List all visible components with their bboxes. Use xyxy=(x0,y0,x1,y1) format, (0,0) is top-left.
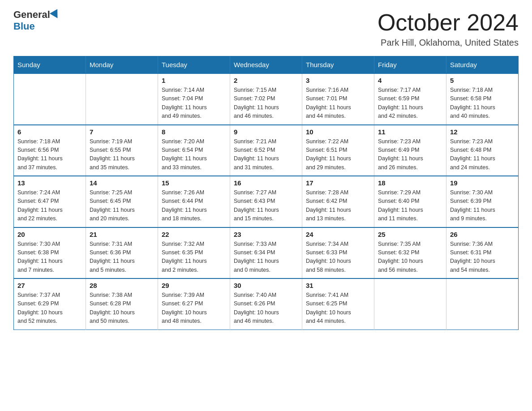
logo-blue-text: Blue xyxy=(13,21,35,32)
day-info: Sunrise: 7:25 AM Sunset: 6:45 PM Dayligh… xyxy=(90,188,154,223)
calendar-cell: 14Sunrise: 7:25 AM Sunset: 6:45 PM Dayli… xyxy=(86,176,158,227)
calendar-cell xyxy=(446,278,519,330)
calendar-cell: 31Sunrise: 7:41 AM Sunset: 6:25 PM Dayli… xyxy=(302,278,374,330)
day-number: 16 xyxy=(234,179,298,187)
header-saturday: Saturday xyxy=(446,56,519,74)
day-number: 11 xyxy=(378,128,442,136)
calendar-week-row: 1Sunrise: 7:14 AM Sunset: 7:04 PM Daylig… xyxy=(14,73,519,125)
header-sunday: Sunday xyxy=(14,56,86,74)
day-number: 28 xyxy=(90,282,154,289)
calendar-week-row: 27Sunrise: 7:37 AM Sunset: 6:29 PM Dayli… xyxy=(14,278,519,330)
day-number: 30 xyxy=(234,282,298,289)
calendar-cell: 9Sunrise: 7:21 AM Sunset: 6:52 PM Daylig… xyxy=(230,125,302,176)
header-monday: Monday xyxy=(86,56,158,74)
day-number: 5 xyxy=(450,77,515,84)
calendar-week-row: 13Sunrise: 7:24 AM Sunset: 6:47 PM Dayli… xyxy=(14,176,519,227)
calendar-cell: 24Sunrise: 7:34 AM Sunset: 6:33 PM Dayli… xyxy=(302,227,374,279)
calendar-week-row: 6Sunrise: 7:18 AM Sunset: 6:56 PM Daylig… xyxy=(14,125,519,176)
calendar-cell: 27Sunrise: 7:37 AM Sunset: 6:29 PM Dayli… xyxy=(14,278,86,330)
day-info: Sunrise: 7:35 AM Sunset: 6:32 PM Dayligh… xyxy=(378,240,442,275)
day-info: Sunrise: 7:24 AM Sunset: 6:47 PM Dayligh… xyxy=(17,188,82,223)
day-number: 7 xyxy=(90,128,154,136)
calendar-cell: 16Sunrise: 7:27 AM Sunset: 6:43 PM Dayli… xyxy=(230,176,302,227)
day-number: 10 xyxy=(306,128,370,136)
logo-general-text: General xyxy=(13,9,50,21)
calendar-cell: 30Sunrise: 7:40 AM Sunset: 6:26 PM Dayli… xyxy=(230,278,302,330)
day-info: Sunrise: 7:30 AM Sunset: 6:38 PM Dayligh… xyxy=(17,240,82,275)
calendar-cell: 29Sunrise: 7:39 AM Sunset: 6:27 PM Dayli… xyxy=(158,278,230,330)
day-number: 15 xyxy=(162,179,226,187)
calendar-cell: 18Sunrise: 7:29 AM Sunset: 6:40 PM Dayli… xyxy=(374,176,446,227)
calendar-cell: 11Sunrise: 7:23 AM Sunset: 6:49 PM Dayli… xyxy=(374,125,446,176)
calendar-cell: 13Sunrise: 7:24 AM Sunset: 6:47 PM Dayli… xyxy=(14,176,86,227)
day-number: 8 xyxy=(162,128,226,136)
day-number: 17 xyxy=(306,179,370,187)
calendar-cell: 21Sunrise: 7:31 AM Sunset: 6:36 PM Dayli… xyxy=(86,227,158,279)
day-info: Sunrise: 7:39 AM Sunset: 6:27 PM Dayligh… xyxy=(162,291,226,326)
day-info: Sunrise: 7:21 AM Sunset: 6:52 PM Dayligh… xyxy=(234,137,298,172)
day-info: Sunrise: 7:22 AM Sunset: 6:51 PM Dayligh… xyxy=(306,137,370,172)
calendar-cell: 7Sunrise: 7:19 AM Sunset: 6:55 PM Daylig… xyxy=(86,125,158,176)
calendar-cell: 10Sunrise: 7:22 AM Sunset: 6:51 PM Dayli… xyxy=(302,125,374,176)
calendar-cell: 23Sunrise: 7:33 AM Sunset: 6:34 PM Dayli… xyxy=(230,227,302,279)
day-number: 31 xyxy=(306,282,370,289)
day-number: 19 xyxy=(450,179,515,187)
calendar-header-row: SundayMondayTuesdayWednesdayThursdayFrid… xyxy=(14,56,519,74)
calendar-cell: 5Sunrise: 7:18 AM Sunset: 6:58 PM Daylig… xyxy=(446,73,519,125)
day-number: 13 xyxy=(17,179,82,187)
header-tuesday: Tuesday xyxy=(158,56,230,74)
day-info: Sunrise: 7:19 AM Sunset: 6:55 PM Dayligh… xyxy=(90,137,154,172)
day-info: Sunrise: 7:23 AM Sunset: 6:48 PM Dayligh… xyxy=(450,137,515,172)
day-number: 9 xyxy=(234,128,298,136)
day-info: Sunrise: 7:30 AM Sunset: 6:39 PM Dayligh… xyxy=(450,188,515,223)
calendar-cell: 1Sunrise: 7:14 AM Sunset: 7:04 PM Daylig… xyxy=(158,73,230,125)
day-number: 12 xyxy=(450,128,515,136)
calendar-cell: 4Sunrise: 7:17 AM Sunset: 6:59 PM Daylig… xyxy=(374,73,446,125)
day-number: 24 xyxy=(306,231,370,238)
day-info: Sunrise: 7:17 AM Sunset: 6:59 PM Dayligh… xyxy=(378,86,442,121)
header-thursday: Thursday xyxy=(302,56,374,74)
calendar-cell: 19Sunrise: 7:30 AM Sunset: 6:39 PM Dayli… xyxy=(446,176,519,227)
calendar-cell xyxy=(14,73,86,125)
day-info: Sunrise: 7:20 AM Sunset: 6:54 PM Dayligh… xyxy=(162,137,226,172)
day-number: 4 xyxy=(378,77,442,84)
calendar-cell xyxy=(86,73,158,125)
location-label: Park Hill, Oklahoma, United States xyxy=(378,38,519,48)
day-info: Sunrise: 7:14 AM Sunset: 7:04 PM Dayligh… xyxy=(162,86,226,121)
day-info: Sunrise: 7:18 AM Sunset: 6:58 PM Dayligh… xyxy=(450,86,515,121)
day-number: 14 xyxy=(90,179,154,187)
calendar-cell: 22Sunrise: 7:32 AM Sunset: 6:35 PM Dayli… xyxy=(158,227,230,279)
day-number: 23 xyxy=(234,231,298,238)
day-number: 25 xyxy=(378,231,442,238)
day-info: Sunrise: 7:23 AM Sunset: 6:49 PM Dayligh… xyxy=(378,137,442,172)
day-number: 29 xyxy=(162,282,226,289)
page-header: General Blue October 2024 Park Hill, Okl… xyxy=(13,9,519,48)
header-friday: Friday xyxy=(374,56,446,74)
day-number: 27 xyxy=(17,282,82,289)
logo: General Blue xyxy=(13,9,61,32)
calendar-cell: 12Sunrise: 7:23 AM Sunset: 6:48 PM Dayli… xyxy=(446,125,519,176)
day-info: Sunrise: 7:41 AM Sunset: 6:25 PM Dayligh… xyxy=(306,291,370,326)
calendar-cell: 6Sunrise: 7:18 AM Sunset: 6:56 PM Daylig… xyxy=(14,125,86,176)
calendar-cell: 3Sunrise: 7:16 AM Sunset: 7:01 PM Daylig… xyxy=(302,73,374,125)
day-info: Sunrise: 7:27 AM Sunset: 6:43 PM Dayligh… xyxy=(234,188,298,223)
calendar-cell: 28Sunrise: 7:38 AM Sunset: 6:28 PM Dayli… xyxy=(86,278,158,330)
day-info: Sunrise: 7:40 AM Sunset: 6:26 PM Dayligh… xyxy=(234,291,298,326)
day-info: Sunrise: 7:18 AM Sunset: 6:56 PM Dayligh… xyxy=(17,137,82,172)
day-number: 18 xyxy=(378,179,442,187)
day-info: Sunrise: 7:29 AM Sunset: 6:40 PM Dayligh… xyxy=(378,188,442,223)
calendar-cell: 25Sunrise: 7:35 AM Sunset: 6:32 PM Dayli… xyxy=(374,227,446,279)
day-info: Sunrise: 7:26 AM Sunset: 6:44 PM Dayligh… xyxy=(162,188,226,223)
calendar-table: SundayMondayTuesdayWednesdayThursdayFrid… xyxy=(13,56,519,330)
day-info: Sunrise: 7:34 AM Sunset: 6:33 PM Dayligh… xyxy=(306,240,370,275)
day-number: 2 xyxy=(234,77,298,84)
day-number: 26 xyxy=(450,231,515,238)
day-info: Sunrise: 7:31 AM Sunset: 6:36 PM Dayligh… xyxy=(90,240,154,275)
day-info: Sunrise: 7:38 AM Sunset: 6:28 PM Dayligh… xyxy=(90,291,154,326)
day-info: Sunrise: 7:16 AM Sunset: 7:01 PM Dayligh… xyxy=(306,86,370,121)
calendar-cell: 20Sunrise: 7:30 AM Sunset: 6:38 PM Dayli… xyxy=(14,227,86,279)
day-number: 20 xyxy=(17,231,82,238)
day-number: 21 xyxy=(90,231,154,238)
calendar-cell: 17Sunrise: 7:28 AM Sunset: 6:42 PM Dayli… xyxy=(302,176,374,227)
day-info: Sunrise: 7:32 AM Sunset: 6:35 PM Dayligh… xyxy=(162,240,226,275)
